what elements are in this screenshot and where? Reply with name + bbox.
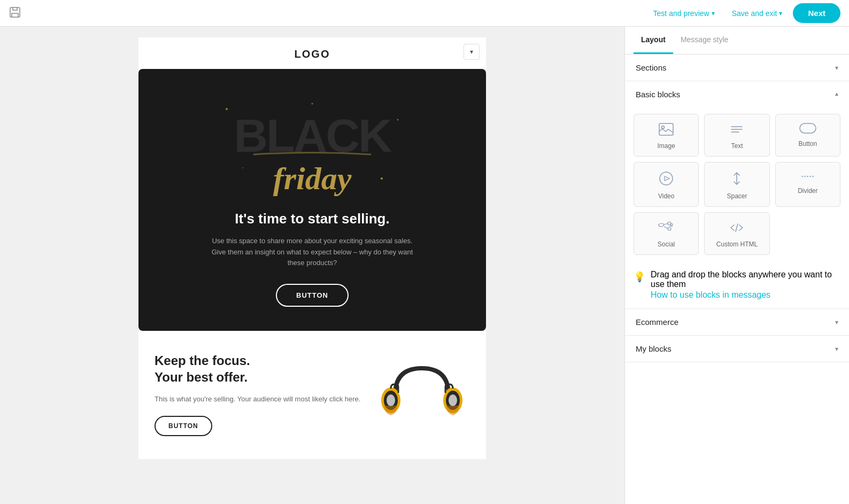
canvas-area: LOGO ▾ BLACK (0, 27, 624, 504)
block-spacer[interactable]: Spacer (704, 162, 769, 207)
hero-button[interactable]: BUTTON (276, 284, 349, 307)
svg-point-16 (662, 126, 665, 129)
block-button[interactable]: Button (775, 114, 840, 157)
svg-point-5 (242, 167, 243, 168)
sections-header[interactable]: Sections ▾ (625, 55, 849, 81)
video-block-icon (659, 171, 674, 188)
ecommerce-label: Ecommerce (636, 317, 678, 327)
button-block-label: Button (798, 140, 817, 148)
content-title-line1: Keep the focus. (155, 352, 361, 369)
sections-panel: Sections ▾ (625, 55, 849, 81)
drag-hint-content: Drag and drop the blocks anywhere you wa… (651, 270, 840, 300)
drag-hint-text: Drag and drop the blocks anywhere you wa… (651, 270, 832, 289)
content-title-line2: Your best offer. (155, 369, 361, 385)
svg-rect-20 (800, 123, 816, 133)
main-layout: LOGO ▾ BLACK (0, 27, 849, 504)
text-block-icon (729, 123, 744, 138)
spacer-block-icon (729, 171, 744, 188)
content-button[interactable]: BUTTON (155, 416, 212, 436)
tab-layout[interactable]: Layout (634, 27, 673, 54)
basic-blocks-header[interactable]: Basic blocks ▾ (625, 81, 849, 107)
sections-chevron: ▾ (835, 64, 838, 72)
content-block: Keep the focus. Your best offer. This is… (138, 331, 486, 459)
svg-point-14 (449, 394, 457, 406)
save-exit-button[interactable]: Save and exit (725, 5, 789, 22)
social-block-label: Social (658, 241, 675, 248)
headphones-icon (379, 352, 465, 438)
svg-point-7 (312, 103, 313, 104)
sections-label: Sections (636, 63, 667, 72)
panel-tabs: Layout Message style (625, 27, 849, 55)
image-block-icon (659, 123, 674, 138)
drag-hint-link[interactable]: How to use blocks in messages (651, 290, 840, 300)
text-block-label: Text (731, 142, 743, 150)
blocks-grid: Image Text (625, 107, 849, 263)
image-block-label: Image (657, 142, 675, 150)
block-social[interactable]: Social (634, 212, 699, 255)
topbar: Test and preview Save and exit Next (0, 0, 849, 27)
collapse-button[interactable]: ▾ (464, 44, 480, 60)
my-blocks-chevron: ▾ (835, 345, 838, 353)
my-blocks-panel: My blocks ▾ (625, 336, 849, 362)
block-text[interactable]: Text (704, 114, 769, 157)
block-image[interactable]: Image (634, 114, 699, 157)
canvas-inner: LOGO ▾ BLACK (138, 37, 486, 459)
right-panel: Layout Message style Sections ▾ Basic bl… (624, 27, 849, 504)
custom-html-block-icon (728, 221, 745, 236)
hero-block: BLACK friday It's time to start selling. (138, 69, 486, 331)
content-image (374, 352, 470, 438)
hero-title-image: BLACK friday (211, 93, 414, 200)
social-block-icon (658, 221, 675, 236)
divider-block-icon (800, 171, 815, 183)
svg-point-26 (670, 223, 673, 226)
black-friday-graphic: BLACK friday (211, 93, 414, 200)
block-video[interactable]: Video (634, 162, 699, 207)
divider-block-label: Divider (798, 187, 817, 195)
svg-point-21 (660, 172, 673, 185)
logo-header: LOGO (138, 37, 486, 69)
spacer-block-label: Spacer (727, 192, 747, 200)
basic-blocks-panel: Basic blocks ▾ Image (625, 81, 849, 309)
save-draft-icon[interactable] (9, 6, 21, 19)
svg-text:friday: friday (273, 161, 352, 196)
topbar-left (9, 6, 21, 21)
hero-subtext: Use this space to share more about your … (205, 236, 419, 269)
next-button[interactable]: Next (793, 3, 840, 23)
drag-hint: 💡 Drag and drop the blocks anywhere you … (625, 263, 849, 308)
basic-blocks-chevron: ▾ (835, 91, 838, 98)
basic-blocks-label: Basic blocks (636, 90, 680, 99)
button-block-icon (799, 123, 816, 136)
canvas-wrapper: LOGO ▾ (138, 37, 486, 69)
ecommerce-panel: Ecommerce ▾ (625, 309, 849, 336)
svg-point-3 (226, 108, 228, 110)
block-custom-html[interactable]: Custom HTML (704, 212, 769, 255)
svg-point-4 (397, 119, 399, 120)
svg-line-27 (736, 224, 738, 231)
block-divider[interactable]: Divider (775, 162, 840, 207)
lightbulb-icon: 💡 (634, 271, 645, 283)
hero-headline: It's time to start selling. (235, 211, 389, 227)
tab-message-style[interactable]: Message style (673, 27, 736, 54)
ecommerce-chevron: ▾ (835, 319, 838, 326)
svg-point-11 (387, 394, 395, 406)
topbar-actions: Test and preview Save and exit Next (647, 3, 840, 23)
video-block-label: Video (658, 192, 674, 200)
ecommerce-header[interactable]: Ecommerce ▾ (625, 309, 849, 335)
content-title: Keep the focus. Your best offer. (155, 352, 361, 385)
content-left: Keep the focus. Your best offer. This is… (155, 352, 361, 436)
test-preview-button[interactable]: Test and preview (647, 5, 721, 22)
my-blocks-header[interactable]: My blocks ▾ (625, 336, 849, 362)
my-blocks-label: My blocks (636, 344, 672, 353)
logo-text: LOGO (295, 48, 330, 60)
custom-html-block-label: Custom HTML (716, 241, 758, 248)
content-description: This is what you're selling. Your audien… (155, 394, 361, 405)
svg-point-6 (381, 177, 383, 180)
